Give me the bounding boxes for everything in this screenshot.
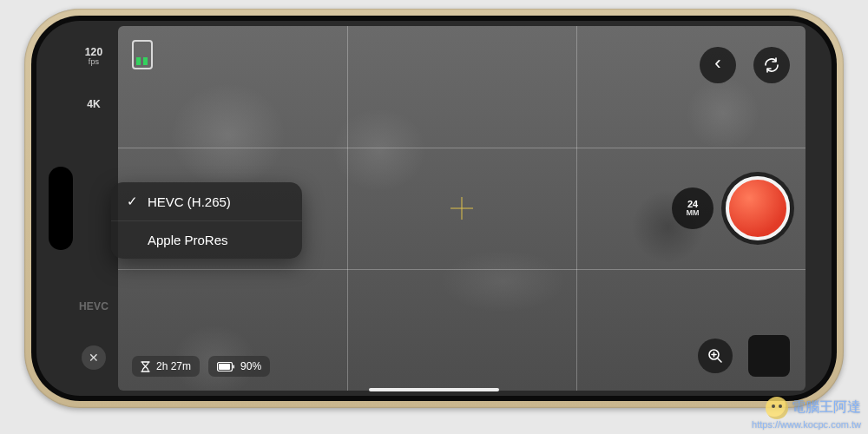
codec-button[interactable]: HEVC [79,301,108,312]
codec-menu-item-label: Apple ProRes [148,233,228,247]
resolution-label: 4K [87,99,101,110]
remaining-time-chip: 2h 27m [132,356,200,377]
codec-menu-item-label: HEVC (H.265) [148,194,231,209]
dynamic-island [49,167,73,250]
battery-icon [217,362,234,372]
watermark: 電腦王阿達 https://www.kocpc.com.tw [752,397,861,431]
resolution-button[interactable]: 4K [87,99,101,110]
battery-value: 90% [240,360,261,372]
close-icon: ✕ [89,351,99,365]
phone-frame: 120 fps 4K HEVC ✕ ✓ HEVC (H.265) [24,9,844,408]
phone-bezel: 120 fps 4K HEVC ✕ ✓ HEVC (H.265) [31,16,837,401]
record-button[interactable] [726,176,790,240]
codec-menu-item-hevc[interactable]: ✓ HEVC (H.265) [111,182,302,220]
magnifier-plus-icon [707,348,723,364]
fps-value: 120 [85,47,103,58]
left-sidebar: 120 fps 4K HEVC ✕ [75,47,113,370]
grid-line [347,26,348,391]
hourglass-icon [141,361,150,372]
grid-line [118,269,806,270]
check-icon: ✓ [125,194,139,209]
codec-label: HEVC [79,301,108,312]
codec-menu: ✓ HEVC (H.265) Apple ProRes [111,182,302,259]
lens-unit: MM [687,209,700,217]
fps-unit: fps [85,58,103,66]
svg-rect-1 [233,365,235,368]
switch-camera-button[interactable] [753,47,790,83]
grid-line [576,26,577,391]
status-row: 2h 27m 90% [132,356,270,377]
fps-button[interactable]: 120 fps [85,47,103,66]
last-clip-thumbnail[interactable] [748,335,790,377]
grid-line [118,148,806,148]
codec-menu-item-prores[interactable]: Apple ProRes [111,220,302,259]
home-indicator[interactable] [369,388,499,391]
watermark-url: https://www.kocpc.com.tw [752,419,861,431]
screen: 120 fps 4K HEVC ✕ ✓ HEVC (H.265) [36,21,832,396]
battery-chip: 90% [208,356,270,377]
watermark-text: 電腦王阿達 [792,400,861,415]
close-button[interactable]: ✕ [82,345,106,370]
svg-rect-2 [219,364,230,370]
focus-reticle-icon [450,197,473,220]
switch-camera-icon [763,56,780,74]
lens-button[interactable]: 24 MM [672,187,713,229]
chevron-left-icon: ‹ [714,54,720,73]
back-button[interactable]: ‹ [700,47,736,83]
zoom-button[interactable] [698,339,733,373]
audio-meter[interactable] [132,40,153,69]
remaining-time-value: 2h 27m [156,360,191,372]
smiley-icon [766,397,788,419]
